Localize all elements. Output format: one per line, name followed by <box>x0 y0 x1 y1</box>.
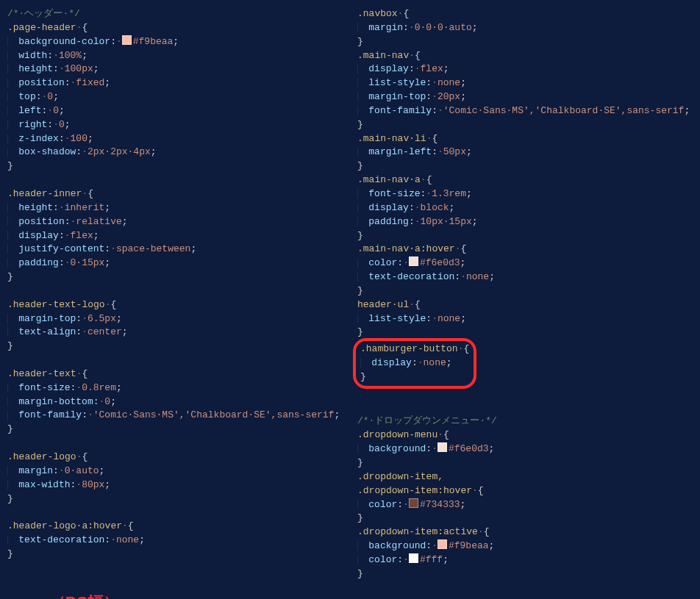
declaration: display:·flex; <box>357 62 693 76</box>
declaration: position:·relative; <box>7 215 343 229</box>
selector-line: .dropdown-menu·{ <box>357 428 693 442</box>
selector-line: .main-nav·{ <box>357 49 693 63</box>
code-column-right: .navbox·{margin:·0·0·0·auto;}.main-nav·{… <box>357 7 693 599</box>
close-brace: } <box>7 423 343 437</box>
declaration: z-index:·100; <box>7 132 343 146</box>
close-brace: } <box>7 548 343 562</box>
selector-line: .main-nav·a·{ <box>357 173 693 187</box>
selector-line: header·ul·{ <box>357 298 693 312</box>
selector-line: .header-text·{ <box>7 367 343 381</box>
color-swatch <box>409 553 418 563</box>
color-swatch <box>122 35 132 45</box>
close-brace: } <box>357 567 693 581</box>
close-brace: } <box>7 340 343 354</box>
close-brace: } <box>7 159 343 173</box>
declaration: height:·inherit; <box>7 201 343 215</box>
declaration: left:·0; <box>7 104 343 118</box>
declaration: display:·flex; <box>7 229 343 243</box>
selector-line: .main-nav·a:hover·{ <box>357 243 693 257</box>
declaration: list-style:·none; <box>357 312 693 326</box>
selector-line: .header-inner·{ <box>7 187 343 201</box>
close-brace: } <box>357 284 693 298</box>
declaration: padding:·0·15px; <box>7 257 343 270</box>
declaration: max-width:·80px; <box>7 478 343 492</box>
declaration: font-family:·'Comic·Sans·MS','Chalkboard… <box>357 104 693 118</box>
declaration: color:·#734333; <box>357 498 693 512</box>
declaration: text-align:·center; <box>7 326 343 340</box>
declaration: width:·100%; <box>7 49 343 63</box>
selector-line: .header-logo·{ <box>7 451 343 465</box>
declaration: display:·none; <box>360 356 469 370</box>
annotation-label: css（PC幅） <box>22 591 343 599</box>
selector-line: .hamburger-button·{ <box>360 342 469 356</box>
declaration: margin:·0·0·0·auto; <box>357 21 693 35</box>
selector-line: .main-nav·li·{ <box>357 132 693 146</box>
declaration: padding:·10px·15px; <box>357 215 693 229</box>
close-brace: } <box>360 370 469 384</box>
selector-line: .navbox·{ <box>357 7 693 21</box>
color-swatch <box>409 498 418 508</box>
color-swatch <box>409 257 418 266</box>
declaration: right:·0; <box>7 118 343 132</box>
declaration: height:·100px; <box>7 62 343 76</box>
highlight-callout: .hamburger-button·{display:·none;} <box>353 338 476 389</box>
selector-line: .dropdown-item:hover·{ <box>357 484 693 498</box>
close-brace: } <box>7 270 343 284</box>
declaration: font-family:·'Comic·Sans·MS','Chalkboard… <box>7 409 343 423</box>
declaration: top:·0; <box>7 90 343 104</box>
close-brace: } <box>357 35 693 49</box>
declaration: background:·#f6e0d3; <box>357 442 693 456</box>
declaration: list-style:·none; <box>357 76 693 90</box>
close-brace: } <box>7 492 343 506</box>
declaration: justify-content:·space-between; <box>7 243 343 257</box>
declaration: background-color:·#f9beaa; <box>7 35 343 49</box>
declaration: text-decoration:·none; <box>7 534 343 548</box>
selector-line: .dropdown-item, <box>357 470 693 484</box>
color-swatch <box>438 442 447 452</box>
declaration: color:·#fff; <box>357 553 693 567</box>
comment: /*·ヘッダー·*/ <box>7 8 80 19</box>
declaration: margin-top:·20px; <box>357 90 693 104</box>
declaration: display:·block; <box>357 201 693 215</box>
code-column-left: /*·ヘッダー·*/ .page-header·{background-colo… <box>7 7 343 599</box>
declaration: margin-top:·6.5px; <box>7 312 343 326</box>
close-brace: } <box>357 512 693 526</box>
selector-line: .header-text-logo·{ <box>7 298 343 312</box>
color-swatch <box>438 539 447 549</box>
declaration: font-size:·1.3rem; <box>357 187 693 201</box>
selector-line: .dropdown-item:active·{ <box>357 526 693 539</box>
declaration: margin-bottom:·0; <box>7 395 343 409</box>
declaration: margin:·0·auto; <box>7 465 343 478</box>
declaration: box-shadow:·2px·2px·4px; <box>7 146 343 159</box>
selector-line: .page-header·{ <box>7 21 343 35</box>
declaration: margin-left:·50px; <box>357 146 693 159</box>
close-brace: } <box>357 456 693 470</box>
close-brace: } <box>357 229 693 243</box>
declaration: text-decoration:·none; <box>357 270 693 284</box>
close-brace: } <box>357 118 693 132</box>
declaration: background:·#f9beaa; <box>357 539 693 553</box>
declaration: font-size:·0.8rem; <box>7 381 343 395</box>
comment: /*·ドロップダウンメニュー·*/ <box>357 415 497 426</box>
selector-line: .header-logo·a:hover·{ <box>7 520 343 534</box>
close-brace: } <box>357 159 693 173</box>
declaration: color:·#f6e0d3; <box>357 257 693 270</box>
declaration: position:·fixed; <box>7 76 343 90</box>
